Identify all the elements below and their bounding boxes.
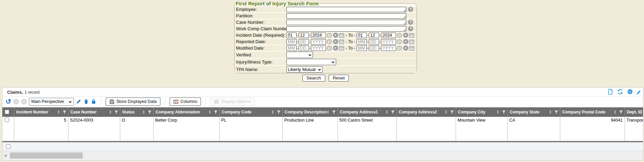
edit-pencil-icon[interactable] (76, 99, 81, 104)
toolbar-separator (101, 98, 101, 105)
row-checkbox[interactable] (5, 118, 9, 122)
sort-icon[interactable]: ▲▼ (614, 110, 616, 114)
incident-from-year-input[interactable] (311, 33, 326, 38)
titlebar-icons (607, 89, 640, 96)
reported-date-row: Reported Date: - - × - To - - - × (235, 39, 417, 45)
refresh-icon[interactable] (617, 89, 623, 96)
search-fieldset: First Report of Injury Search Form Emplo… (234, 1, 417, 73)
incident-to-month-input[interactable] (357, 33, 367, 38)
claims-toolbar: ↺ ‹ › Main Perspective Store Displayed D… (2, 96, 643, 107)
sort-icon[interactable]: ▲▼ (549, 110, 552, 114)
modified-from-year-input[interactable] (311, 46, 326, 51)
horizontal-scrollbar[interactable]: ◀ (2, 151, 643, 160)
lock-icon[interactable] (91, 99, 96, 104)
clock-icon[interactable] (327, 39, 332, 44)
calendar-icon[interactable] (409, 46, 414, 51)
next-page-icon[interactable]: › (21, 99, 27, 105)
calendar-icon[interactable] (339, 46, 344, 51)
modified-from-month-input[interactable] (286, 46, 297, 51)
verified-select[interactable] (286, 52, 313, 58)
sort-icon[interactable]: ▲▼ (327, 110, 329, 114)
cell-company-description: Production Line (282, 117, 337, 141)
scroll-left-arrow-icon[interactable]: ◀ (4, 154, 6, 157)
filter-icon[interactable] (114, 110, 118, 114)
modified-to-month-input[interactable] (357, 46, 367, 51)
sort-icon[interactable]: ▲▼ (272, 110, 274, 114)
prev-page-icon[interactable]: ‹ (13, 99, 19, 105)
display-options-label: Display Options (221, 99, 251, 104)
modified-from-day-input[interactable] (299, 46, 309, 51)
calendar-icon[interactable] (339, 33, 344, 38)
clear-date-icon[interactable]: × (333, 46, 338, 51)
work-comp-input[interactable] (286, 26, 406, 32)
sort-icon[interactable]: ▲▼ (143, 110, 145, 114)
sort-icon[interactable]: ▲▼ (386, 110, 388, 114)
reported-to-year-input[interactable] (381, 39, 396, 44)
filter-icon[interactable] (332, 110, 336, 114)
tpa-name-select[interactable]: Liberty Mutual (286, 66, 323, 73)
help-icon[interactable]: ? (408, 26, 413, 31)
clock-icon[interactable] (327, 33, 332, 38)
footer-checkbox[interactable] (6, 144, 11, 149)
calendar-icon[interactable] (409, 39, 414, 44)
employee-input[interactable] (286, 7, 406, 12)
filter-icon[interactable] (148, 110, 152, 114)
filter-icon[interactable] (63, 110, 66, 114)
case-number-input[interactable] (286, 20, 406, 25)
clear-date-icon[interactable]: × (403, 39, 408, 44)
reported-to-day-input[interactable] (369, 39, 379, 44)
sort-icon[interactable]: ▲▼ (109, 110, 112, 114)
search-button[interactable]: Search (302, 75, 325, 82)
columns-button[interactable]: Columns (170, 97, 201, 106)
perspective-select[interactable]: Main Perspective (29, 98, 74, 106)
clock-icon[interactable] (327, 46, 332, 51)
help-icon[interactable]: ? (408, 20, 413, 25)
clear-date-icon[interactable]: × (403, 46, 408, 51)
calendar-icon[interactable] (409, 33, 414, 38)
partition-input[interactable] (286, 13, 406, 19)
reported-from-year-input[interactable] (311, 39, 326, 44)
reset-button[interactable]: Reset (329, 75, 349, 82)
date-dash: - (379, 46, 381, 51)
filter-icon[interactable] (391, 110, 395, 114)
row-select-cell (2, 117, 14, 141)
verified-label: Verified: (236, 52, 286, 57)
sort-icon[interactable]: ▲▼ (445, 110, 447, 114)
select-all-checkbox[interactable] (5, 110, 9, 114)
clock-icon[interactable] (397, 39, 402, 44)
reported-from-day-input[interactable] (299, 39, 309, 44)
filter-icon[interactable] (502, 110, 506, 114)
filter-icon[interactable] (277, 110, 281, 114)
trash-icon[interactable] (83, 99, 89, 104)
sort-icon[interactable]: ▲▼ (209, 110, 211, 114)
clear-date-icon[interactable]: × (403, 33, 408, 38)
wrench-icon[interactable] (637, 89, 640, 96)
modified-to-day-input[interactable] (369, 46, 379, 51)
filter-icon[interactable] (450, 110, 454, 114)
scrollbar-thumb[interactable] (10, 152, 83, 159)
reported-from-month-input[interactable] (286, 39, 297, 44)
reported-to-month-input[interactable] (357, 39, 367, 44)
store-displayed-data-button[interactable]: Store Displayed Data (106, 97, 160, 106)
incident-from-day-input[interactable] (299, 33, 309, 38)
clock-icon[interactable] (397, 46, 402, 51)
undo-icon[interactable]: ↺ (5, 98, 11, 105)
help-icon[interactable]: ? (408, 7, 413, 12)
new-document-icon[interactable] (607, 89, 613, 96)
filter-icon[interactable] (214, 110, 218, 114)
incident-from-month-input[interactable] (286, 33, 297, 38)
clock-icon[interactable] (397, 33, 402, 38)
filter-icon[interactable] (554, 110, 558, 114)
incident-to-year-input[interactable] (381, 33, 396, 38)
sort-icon[interactable]: ▲▼ (58, 110, 60, 114)
filter-icon[interactable] (619, 110, 623, 114)
clear-date-icon[interactable]: × (333, 39, 338, 44)
sort-icon[interactable]: ▲▼ (497, 110, 499, 114)
gear-icon[interactable] (627, 89, 633, 96)
calendar-icon[interactable] (339, 39, 344, 44)
modified-to-year-input[interactable] (381, 46, 396, 51)
injury-type-select[interactable] (286, 59, 336, 65)
incident-to-day-input[interactable] (369, 33, 379, 38)
clear-date-icon[interactable]: × (333, 33, 338, 38)
date-dash: - (297, 46, 298, 51)
